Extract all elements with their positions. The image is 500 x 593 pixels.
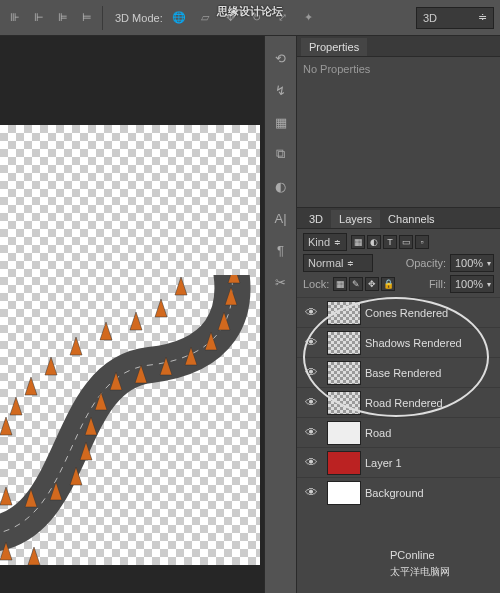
road-artwork — [0, 275, 260, 565]
lock-pos-icon[interactable]: ✥ — [365, 277, 379, 291]
layer-name: Background — [365, 487, 498, 499]
layer-layer1[interactable]: 👁 Layer 1 — [297, 447, 500, 477]
frame-icon[interactable]: ▱ — [195, 9, 215, 27]
layer-base-rendered[interactable]: 👁 Base Rendered — [297, 357, 500, 387]
visibility-icon[interactable]: 👁 — [299, 425, 323, 440]
visibility-icon[interactable]: 👁 — [299, 305, 323, 320]
view-mode-dropdown[interactable]: 3D ≑ — [416, 7, 494, 29]
tab-properties[interactable]: Properties — [301, 38, 367, 56]
filter-pixel-icon[interactable]: ▦ — [351, 235, 365, 249]
document-canvas[interactable] — [0, 125, 260, 565]
filter-icons: ▦ ◐ T ▭ ▫ — [351, 235, 429, 249]
layer-road-rendered[interactable]: 👁 Road Rendered — [297, 387, 500, 417]
dropdown-value: 3D — [423, 12, 437, 24]
brush-icon[interactable]: ↯ — [267, 76, 295, 104]
filter-adjust-icon[interactable]: ◐ — [367, 235, 381, 249]
para-icon[interactable]: ¶ — [267, 236, 295, 264]
lock-icons: ▦ ✎ ✥ 🔒 — [333, 277, 395, 291]
light-icon[interactable]: ✦ — [299, 9, 319, 27]
layer-thumb[interactable] — [327, 481, 361, 505]
kind-filter-dropdown[interactable]: Kind≑ — [303, 233, 347, 251]
visibility-icon[interactable]: 👁 — [299, 395, 323, 410]
layer-thumb[interactable] — [327, 331, 361, 355]
layer-name: Road — [365, 427, 498, 439]
no-properties-text: No Properties — [303, 63, 494, 75]
visibility-icon[interactable]: 👁 — [299, 485, 323, 500]
align-icon[interactable]: ⊨ — [78, 9, 96, 27]
layer-thumb[interactable] — [327, 301, 361, 325]
layer-background[interactable]: 👁 Background — [297, 477, 500, 507]
layer-name: Cones Rendered — [365, 307, 498, 319]
tools-icon[interactable]: ✂ — [267, 268, 295, 296]
layer-thumb[interactable] — [327, 391, 361, 415]
tab-3d[interactable]: 3D — [301, 210, 331, 228]
swatch-icon[interactable]: ▦ — [267, 108, 295, 136]
blend-mode-dropdown[interactable]: Normal≑ — [303, 254, 373, 272]
visibility-icon[interactable]: 👁 — [299, 335, 323, 350]
layer-name: Shadows Rendered — [365, 337, 498, 349]
layer-name: Layer 1 — [365, 457, 498, 469]
opacity-label: Opacity: — [406, 257, 446, 269]
lock-all-icon[interactable]: 🔒 — [381, 277, 395, 291]
filter-type-icon[interactable]: T — [383, 235, 397, 249]
layer-shadows-rendered[interactable]: 👁 Shadows Rendered — [297, 327, 500, 357]
orbit-icon[interactable]: 🌐 — [169, 9, 189, 27]
layer-road[interactable]: 👁 Road — [297, 417, 500, 447]
layer-thumb[interactable] — [327, 451, 361, 475]
layer-thumb[interactable] — [327, 361, 361, 385]
adjust-icon[interactable]: ◐ — [267, 172, 295, 200]
tab-layers[interactable]: Layers — [331, 210, 380, 228]
properties-panel: Properties No Properties — [297, 36, 500, 208]
fill-label: Fill: — [429, 278, 446, 290]
layer-cones-rendered[interactable]: 👁 Cones Rendered — [297, 297, 500, 327]
layers-panel: 3D Layers Channels Kind≑ ▦ ◐ T ▭ ▫ Norma… — [297, 208, 500, 593]
lock-label: Lock: — [303, 278, 329, 290]
layer-thumb[interactable] — [327, 421, 361, 445]
tab-channels[interactable]: Channels — [380, 210, 442, 228]
align-icon[interactable]: ⊪ — [6, 9, 24, 27]
clone-icon[interactable]: ⧉ — [267, 140, 295, 168]
align-icon[interactable]: ⊫ — [54, 9, 72, 27]
layer-name: Base Rendered — [365, 367, 498, 379]
chevron-down-icon: ≑ — [478, 11, 487, 24]
align-tools: ⊪ ⊩ ⊫ ⊨ — [6, 9, 96, 27]
lock-paint-icon[interactable]: ✎ — [349, 277, 363, 291]
watermark-br: PConline 太平洋电脑网 — [390, 546, 450, 579]
lock-trans-icon[interactable]: ▦ — [333, 277, 347, 291]
visibility-icon[interactable]: 👁 — [299, 365, 323, 380]
filter-shape-icon[interactable]: ▭ — [399, 235, 413, 249]
filter-smart-icon[interactable]: ▫ — [415, 235, 429, 249]
layer-name: Road Rendered — [365, 397, 498, 409]
opacity-input[interactable]: 100%▾ — [450, 254, 494, 272]
fill-input[interactable]: 100%▾ — [450, 275, 494, 293]
watermark-text: 思缘设计论坛 — [217, 5, 283, 17]
visibility-icon[interactable]: 👁 — [299, 455, 323, 470]
char-icon[interactable]: A| — [267, 204, 295, 232]
history-icon[interactable]: ⟲ — [267, 44, 295, 72]
vertical-toolbar: ⟲ ↯ ▦ ⧉ ◐ A| ¶ ✂ — [264, 36, 296, 593]
align-icon[interactable]: ⊩ — [30, 9, 48, 27]
canvas-area[interactable] — [0, 36, 264, 593]
mode-label: 3D Mode: — [115, 12, 163, 24]
